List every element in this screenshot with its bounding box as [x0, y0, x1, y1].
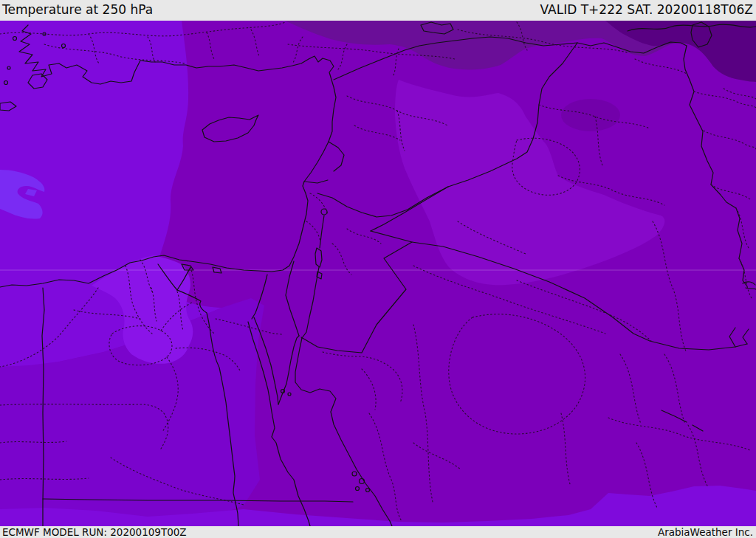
- temperature-fill-zones: [0, 21, 756, 526]
- map-validity-timestamp: VALID T+222 SAT. 20200118T06Z: [540, 2, 753, 17]
- weather-map-frame: Temperature at 250 hPa VALID T+222 SAT. …: [0, 0, 756, 538]
- provider-brand: ArabiaWeather Inc.: [658, 526, 753, 538]
- map-header-bar: Temperature at 250 hPa VALID T+222 SAT. …: [0, 0, 756, 21]
- map-footer-bar: ECMWF MODEL RUN: 20200109T00Z ArabiaWeat…: [0, 526, 756, 538]
- map-title: Temperature at 250 hPa: [2, 2, 153, 17]
- model-run-label: ECMWF MODEL RUN: 20200109T00Z: [2, 526, 187, 538]
- temperature-contour-map: [0, 21, 756, 526]
